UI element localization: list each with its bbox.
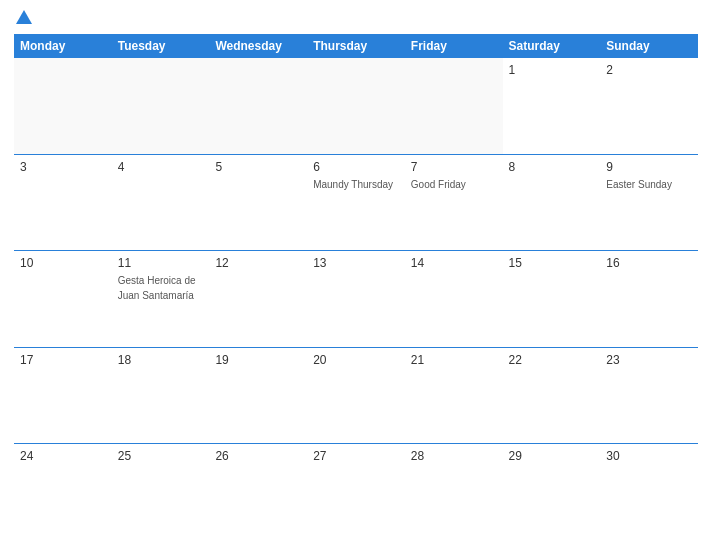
day-number: 27 [313,449,399,463]
calendar-cell: 10 [14,251,112,347]
day-event: Maundy Thursday [313,179,393,190]
calendar-cell: 3 [14,155,112,251]
calendar-cell [14,58,112,154]
day-number: 17 [20,353,106,367]
day-number: 30 [606,449,692,463]
calendar-cell: 26 [209,444,307,540]
logo-triangle-icon [16,10,32,24]
calendar-cell: 13 [307,251,405,347]
calendar-cell: 4 [112,155,210,251]
calendar-cell: 6Maundy Thursday [307,155,405,251]
calendar-cell: 16 [600,251,698,347]
calendar-cell: 25 [112,444,210,540]
day-number: 12 [215,256,301,270]
calendar-cell: 11Gesta Heroica de Juan Santamaría [112,251,210,347]
calendar-cell: 1 [503,58,601,154]
calendar-cell: 18 [112,348,210,444]
calendar-cell: 2 [600,58,698,154]
calendar-page: MondayTuesdayWednesdayThursdayFridaySatu… [0,0,712,550]
header-day-sunday: Sunday [600,34,698,58]
calendar-cell: 5 [209,155,307,251]
calendar-cell: 30 [600,444,698,540]
calendar-cell: 28 [405,444,503,540]
header [14,10,698,26]
header-day-wednesday: Wednesday [209,34,307,58]
day-number: 3 [20,160,106,174]
day-event: Good Friday [411,179,466,190]
logo [14,10,32,26]
day-number: 11 [118,256,204,270]
day-event: Easter Sunday [606,179,672,190]
calendar-cell: 21 [405,348,503,444]
header-day-tuesday: Tuesday [112,34,210,58]
day-number: 26 [215,449,301,463]
calendar-cell: 9Easter Sunday [600,155,698,251]
day-number: 5 [215,160,301,174]
header-day-saturday: Saturday [503,34,601,58]
calendar-week-5: 24252627282930 [14,444,698,540]
day-number: 8 [509,160,595,174]
calendar-week-2: 3456Maundy Thursday7Good Friday89Easter … [14,155,698,252]
calendar-cell [112,58,210,154]
day-number: 6 [313,160,399,174]
calendar-cell: 22 [503,348,601,444]
day-number: 20 [313,353,399,367]
day-number: 1 [509,63,595,77]
day-number: 16 [606,256,692,270]
calendar-week-4: 17181920212223 [14,348,698,445]
day-number: 18 [118,353,204,367]
calendar-cell: 27 [307,444,405,540]
day-number: 10 [20,256,106,270]
day-number: 21 [411,353,497,367]
day-number: 25 [118,449,204,463]
day-number: 28 [411,449,497,463]
header-day-thursday: Thursday [307,34,405,58]
day-number: 7 [411,160,497,174]
calendar-cell [405,58,503,154]
day-number: 24 [20,449,106,463]
day-number: 9 [606,160,692,174]
calendar-cell: 20 [307,348,405,444]
calendar-cell: 12 [209,251,307,347]
calendar-cell: 29 [503,444,601,540]
calendar-cell: 17 [14,348,112,444]
calendar-week-3: 1011Gesta Heroica de Juan Santamaría1213… [14,251,698,348]
day-number: 4 [118,160,204,174]
calendar-week-1: 12 [14,58,698,155]
calendar-cell: 8 [503,155,601,251]
calendar-cell [307,58,405,154]
calendar-cell: 7Good Friday [405,155,503,251]
day-number: 15 [509,256,595,270]
day-number: 14 [411,256,497,270]
calendar: MondayTuesdayWednesdayThursdayFridaySatu… [14,34,698,540]
calendar-cell: 23 [600,348,698,444]
calendar-cell: 15 [503,251,601,347]
calendar-cell: 14 [405,251,503,347]
day-number: 13 [313,256,399,270]
calendar-cell: 19 [209,348,307,444]
calendar-cell [209,58,307,154]
header-day-friday: Friday [405,34,503,58]
day-event: Gesta Heroica de Juan Santamaría [118,275,196,301]
day-number: 22 [509,353,595,367]
day-number: 29 [509,449,595,463]
calendar-header: MondayTuesdayWednesdayThursdayFridaySatu… [14,34,698,58]
day-number: 23 [606,353,692,367]
calendar-body: 123456Maundy Thursday7Good Friday89Easte… [14,58,698,540]
calendar-cell: 24 [14,444,112,540]
day-number: 19 [215,353,301,367]
header-day-monday: Monday [14,34,112,58]
day-number: 2 [606,63,692,77]
